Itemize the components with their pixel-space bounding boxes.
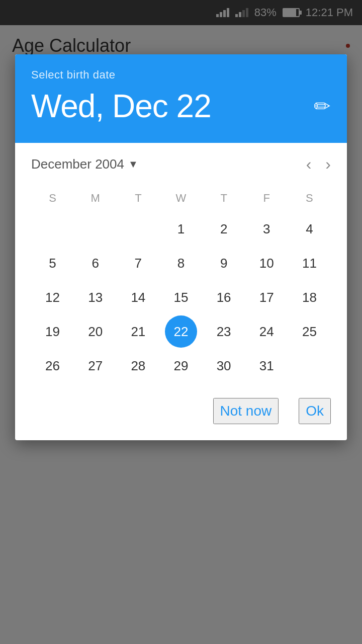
dow-fri: F [245,188,288,209]
cal-day-10[interactable]: 10 [250,247,283,279]
cal-day-16[interactable]: 16 [208,281,240,313]
cal-empty-cell [122,213,154,245]
cal-empty-cell [293,350,325,382]
month-year-selector[interactable]: December 2004 ▼ [31,156,138,172]
selected-date-display: Wed, Dec 22 [31,88,211,125]
edit-date-icon[interactable]: ✏ [314,95,331,118]
dialog-footer: Not now Ok [15,390,347,440]
cal-day-15[interactable]: 15 [165,281,197,313]
cal-day-9[interactable]: 9 [208,247,240,279]
cal-day-28[interactable]: 28 [122,350,154,382]
cal-empty-cell [79,213,112,245]
cal-day-19[interactable]: 19 [37,315,69,348]
dow-thu: T [203,188,245,209]
cal-day-22[interactable]: 22 [165,315,197,348]
dow-wed: W [159,188,202,209]
ok-button[interactable]: Ok [299,398,331,424]
cal-day-23[interactable]: 23 [208,315,240,348]
days-of-week-row: S M T W T F S [31,188,331,209]
cal-day-13[interactable]: 13 [79,281,112,313]
cal-day-31[interactable]: 31 [250,350,283,382]
cal-day-2[interactable]: 2 [208,213,240,245]
cal-day-7[interactable]: 7 [122,247,154,279]
cal-day-27[interactable]: 27 [79,350,112,382]
cal-day-12[interactable]: 12 [37,281,69,313]
month-dropdown-icon: ▼ [128,158,138,170]
next-month-button[interactable]: › [325,155,331,174]
dialog-subtitle: Select birth date [31,68,331,82]
cal-day-18[interactable]: 18 [293,281,325,313]
dialog-header: Select birth date Wed, Dec 22 ✏ [15,54,347,143]
cal-empty-cell [37,213,69,245]
cal-day-24[interactable]: 24 [250,315,283,348]
cal-day-29[interactable]: 29 [165,350,197,382]
nav-arrows: ‹ › [306,155,331,174]
cal-day-1[interactable]: 1 [165,213,197,245]
dow-sun: S [31,188,74,209]
cal-day-21[interactable]: 21 [122,315,154,348]
cal-day-5[interactable]: 5 [37,247,69,279]
cal-day-25[interactable]: 25 [293,315,325,348]
date-picker-dialog: Select birth date Wed, Dec 22 ✏ December… [15,54,347,440]
cal-day-4[interactable]: 4 [293,213,325,245]
not-now-button[interactable]: Not now [213,398,279,424]
cal-day-8[interactable]: 8 [165,247,197,279]
cal-day-30[interactable]: 30 [208,350,240,382]
prev-month-button[interactable]: ‹ [306,155,312,174]
cal-day-6[interactable]: 6 [79,247,112,279]
cal-day-3[interactable]: 3 [250,213,283,245]
month-nav: December 2004 ▼ ‹ › [31,155,331,174]
cal-day-26[interactable]: 26 [37,350,69,382]
cal-day-20[interactable]: 20 [79,315,112,348]
dow-sat: S [288,188,331,209]
cal-day-14[interactable]: 14 [122,281,154,313]
dow-tue: T [117,188,159,209]
calendar-section: December 2004 ▼ ‹ › S M T W T F S 123456… [15,143,347,390]
calendar-grid: 1234567891011121314151617181920212223242… [31,213,331,382]
cal-day-17[interactable]: 17 [250,281,283,313]
dialog-date-row: Wed, Dec 22 ✏ [31,88,331,125]
cal-day-11[interactable]: 11 [293,247,325,279]
month-year-label: December 2004 [31,156,124,172]
dow-mon: M [74,188,117,209]
